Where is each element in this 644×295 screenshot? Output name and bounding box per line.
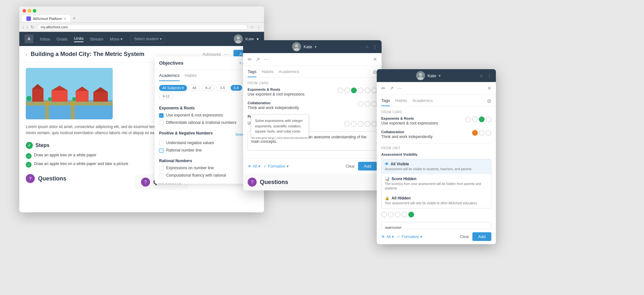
dot-3-1 [344,121,350,127]
filter-68[interactable]: 6-8 [231,85,242,91]
vis-dot-4 [402,212,407,217]
checkbox-5[interactable] [159,166,164,171]
svg-rect-4 [26,102,113,106]
checkbox-1[interactable]: ✓ [159,113,164,118]
from-card-label-1: From Card [248,81,377,85]
filter-35[interactable]: 3-5 [216,85,229,91]
third-tab-tags[interactable]: Tags [381,98,390,106]
clear-button-1[interactable]: Clear [346,164,355,169]
svg-point-1 [235,40,241,43]
third-edit-icon[interactable]: ✏ [381,85,385,91]
nav-stream[interactable]: Stream [90,37,103,41]
formative-filter-2[interactable]: ✓ Formative ▾ [397,235,422,239]
tab-habits-1[interactable]: Habits [261,69,273,77]
nav-units[interactable]: Units [74,36,84,42]
third-skill-dots-1 [465,116,491,122]
step-2-check: ✓ [26,162,32,168]
questions-label-3: Questions [260,179,288,186]
visibility-all-hidden[interactable]: 🔒 All Hidden Your assessment will only b… [382,193,491,208]
all-filter-2[interactable]: 👁 All ▾ [381,235,394,239]
url-input[interactable]: my.altschool.com [37,24,248,30]
add-action-button-2[interactable]: Add [472,232,491,241]
dot-2-3 [371,101,377,107]
panel-tabs: Tags Habits Academics ⚙ [243,66,382,78]
add-action-button-1[interactable]: Add [358,162,377,171]
third-share-icon[interactable]: ↗ [389,85,393,91]
more-icon[interactable]: ··· [264,57,268,62]
checkbox-3[interactable] [159,141,164,145]
panel-settings-icon[interactable]: ⚙ [373,69,377,77]
third-menu-icon[interactable]: ⋮ [487,73,491,78]
panel-menu-icon[interactable]: ⋮ [373,44,377,49]
maximize-dot[interactable] [33,9,36,13]
checkbox-2[interactable] [159,121,164,125]
feedback-box-2[interactable]: awesome [381,222,491,229]
minimize-dot[interactable] [28,9,31,13]
tab-academics[interactable]: Academics [159,73,180,81]
third-tab-academics[interactable]: Academics [412,98,433,106]
panel-close-button[interactable]: ✕ [373,56,377,62]
tab-habits[interactable]: Habits [185,73,197,81]
filter-k2[interactable]: K-2 [202,85,214,91]
vis-dot-5[interactable] [408,212,414,217]
checkbox-4[interactable] [159,148,164,153]
filter-all-subjects[interactable]: All Subjects ▾ [159,85,187,91]
third-tab-habits[interactable]: Habits [395,98,407,106]
back-page-button[interactable]: ‹ [26,51,27,57]
tab-close-icon[interactable]: ✕ [64,17,66,21]
dot-3-2 [351,121,357,127]
visibility-dots-row [381,212,491,217]
dot-1-1 [337,88,343,93]
skill-row-1: Exponents & Roots Use exponent & root ex… [248,88,377,97]
share-icon[interactable]: ↗ [256,56,260,62]
new-tab-button[interactable]: + [70,14,78,22]
svg-rect-9 [52,90,68,102]
dot-3-4 [365,121,370,127]
third-dot-2-1[interactable] [472,130,478,136]
formative-filter-1[interactable]: ✓ Formative ▾ [263,164,288,169]
dot-1-3[interactable] [351,88,357,93]
svg-rect-5 [45,100,49,119]
skill-tooltip: Solve expressions with integer exponents… [251,115,309,138]
checkbox-6[interactable] [159,173,164,178]
select-student-dropdown[interactable]: Select student ▾ [130,35,165,43]
third-panel-user: Kate ▾ [416,71,441,80]
third-dot-1-4 [486,116,491,122]
visibility-score-hidden[interactable]: 📊 Score Hidden The score(s) from your as… [382,174,491,193]
filter-912[interactable]: 9-12 [159,93,173,99]
third-more-icon[interactable]: ··· [397,86,402,91]
questions-icon: ? [26,174,35,183]
nav-more[interactable]: More ▾ [110,37,123,41]
filter-all[interactable]: All [189,85,200,91]
assessment-visibility-label: Assessment Visibility [381,152,491,156]
nav-goals[interactable]: Goals [57,37,68,41]
all-filter-1[interactable]: 👁 All ▾ [248,164,260,169]
tab-tags-1[interactable]: Tags [248,69,256,77]
svg-rect-11 [76,91,89,102]
third-close-button[interactable]: ✕ [487,85,491,91]
forward-button[interactable]: › [27,24,28,30]
third-skill-group-1: Exponents & Roots [381,116,465,120]
app-navbar: A Inbox Goals Units Stream More ▾ Select… [19,32,264,46]
back-button[interactable]: ‹ [23,24,24,30]
objectives-body: Exponents & Roots ✓ Use exponent & root … [155,103,254,184]
third-star-icon[interactable]: ☆ [479,73,483,78]
panel-star-icon[interactable]: ☆ [365,44,369,49]
close-dot[interactable] [23,9,26,13]
edit-icon[interactable]: ✏ [248,56,252,62]
star-icon[interactable]: ☆ [250,25,254,30]
third-skill-group-2: Collaboration [381,130,472,134]
skill-dots-3 [344,121,377,127]
visibility-all-visible[interactable]: 👁 All Visible Assessment will be visible… [382,159,491,174]
vis-dots [381,212,414,217]
clear-button-2[interactable]: Clear [460,235,469,239]
nav-inbox[interactable]: Inbox [40,37,50,41]
reload-button[interactable]: ↻ [31,24,34,30]
active-tab[interactable]: AltSchool Platform ✕ [23,15,70,22]
questions-label: Questions [38,175,66,182]
svg-point-17 [72,97,76,101]
menu-icon[interactable]: ⋮ [257,25,261,30]
tab-academics-1[interactable]: Academics [279,69,299,77]
third-dot-1-3[interactable] [479,116,485,122]
third-settings-icon[interactable]: ⚙ [487,98,491,106]
